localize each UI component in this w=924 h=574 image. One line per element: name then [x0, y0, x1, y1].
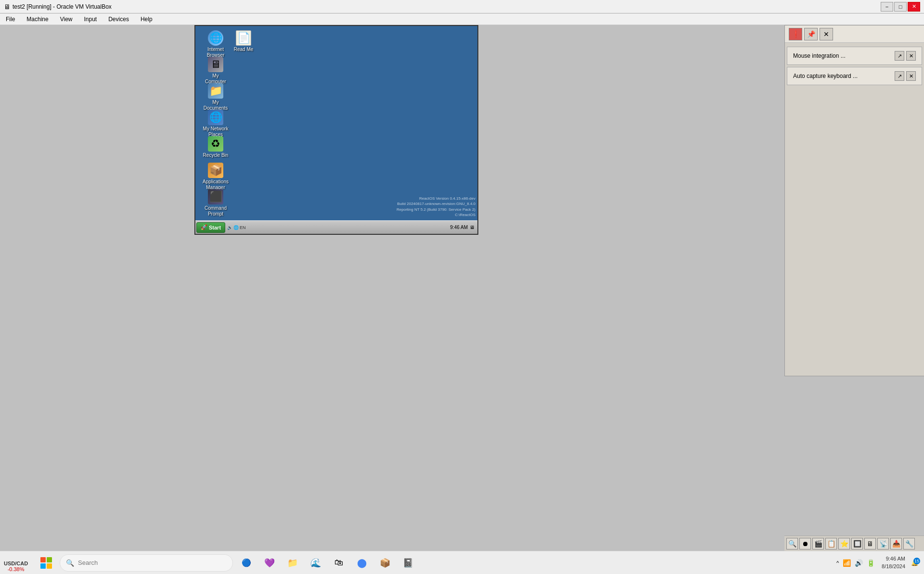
menu-file[interactable]: File — [4, 15, 17, 24]
desktop-icon-read-me[interactable]: 📄 Read Me — [228, 28, 259, 54]
taskbar-edge-button[interactable]: 🌊 — [306, 553, 325, 573]
vbox-toolbar: 🔍 ⏺ 🎬 📋 ⭐ 🔲 🖥 📡 📥 🔧 — [784, 536, 924, 551]
taskbar-notebook-button[interactable]: 📓 — [398, 553, 418, 573]
maximize-button[interactable]: □ — [894, 2, 907, 12]
applications-manager-icon: 📦 — [208, 163, 223, 178]
teams-icon: 💜 — [264, 558, 275, 568]
reactos-start-button[interactable]: 🚀 Start — [196, 222, 225, 233]
stock-ticker[interactable]: USD/CAD -0.38% — [0, 560, 32, 574]
taskbar-right-area: ^ 📶 🔊 🔋 9:46 AM 8/18/2024 🔔 15 — [835, 555, 918, 570]
alert-icon-button[interactable]: ❗ — [789, 28, 802, 40]
vbox-tool-2[interactable]: ⏺ — [799, 538, 811, 549]
menu-help[interactable]: Help — [139, 15, 154, 24]
clock-area[interactable]: 9:46 AM 8/18/2024 — [880, 555, 907, 570]
pin-button[interactable]: 📌 — [804, 28, 818, 40]
internet-browser-icon: 🌐 — [208, 30, 223, 46]
reactos-systray: 🔊 🌐 EN — [227, 225, 246, 230]
menu-input[interactable]: Input — [82, 15, 99, 24]
window-title: test2 [Running] - Oracle VM VirtualBox — [13, 3, 879, 10]
store-icon: 🛍 — [334, 558, 343, 568]
vbox-tool-6[interactable]: 🔲 — [851, 538, 863, 549]
taskbar-chrome-button[interactable]: ⬤ — [352, 553, 372, 573]
chrome-icon: ⬤ — [357, 558, 367, 568]
vbox-tool-9[interactable]: 📥 — [890, 538, 902, 549]
virtualbox-icon: 📦 — [380, 558, 390, 568]
reactos-desktop[interactable]: 🌐 Internet Browser 📄 Read Me 🖥 My Comput… — [195, 26, 477, 234]
reactos-sound-icon: 🔊 — [227, 225, 232, 230]
volume-icon[interactable]: 🔊 — [854, 558, 864, 568]
clock-date: 8/18/2024 — [882, 563, 905, 570]
mouse-integration-close[interactable]: ✕ — [906, 51, 916, 61]
notification-auto-capture-keyboard: Auto capture keyboard ... ↗ ✕ — [787, 67, 922, 85]
taskbar-widget-button[interactable]: 🔵 — [237, 553, 256, 573]
battery-icon[interactable]: 🔋 — [866, 558, 876, 568]
notification-toolbar: ❗ 📌 ✕ — [785, 26, 924, 43]
notification-count: 15 — [913, 558, 920, 564]
notebook-icon: 📓 — [403, 558, 413, 568]
command-prompt-label: Command Prompt — [202, 205, 229, 217]
fileexplorer-icon: 📁 — [287, 558, 298, 568]
recycle-bin-icon: ♻ — [208, 136, 223, 152]
auto-capture-close[interactable]: ✕ — [906, 71, 916, 81]
vm-window[interactable]: 🌐 Internet Browser 📄 Read Me 🖥 My Comput… — [194, 25, 478, 235]
window-controls: − □ ✕ — [881, 2, 920, 12]
reactos-version-info: ReactOS Version 0.4.15-x86-dev Build 202… — [397, 196, 475, 217]
desktop-icon-command-prompt[interactable]: ⬛ Command Prompt — [200, 187, 231, 219]
title-bar: 🖥 test2 [Running] - Oracle VM VirtualBox… — [0, 0, 924, 13]
menu-view[interactable]: View — [58, 15, 75, 24]
close-panel-button[interactable]: ✕ — [820, 28, 833, 40]
vbox-tool-7[interactable]: 🖥 — [864, 538, 876, 549]
vbox-tool-3[interactable]: 🎬 — [812, 538, 824, 549]
close-button[interactable]: ✕ — [908, 2, 920, 12]
desktop-icon-recycle-bin[interactable]: ♻ Recycle Bin — [200, 134, 231, 160]
vbox-tool-1[interactable]: 🔍 — [786, 538, 798, 549]
auto-capture-keyboard-text: Auto capture keyboard ... — [793, 73, 891, 79]
vbox-tool-10[interactable]: 🔧 — [903, 538, 915, 549]
taskbar-teams-button[interactable]: 💜 — [260, 553, 279, 573]
vbox-tool-5[interactable]: ⭐ — [838, 538, 850, 549]
reactos-network-icon: 🌐 — [233, 225, 239, 230]
vbox-tool-4[interactable]: 📋 — [825, 538, 837, 549]
reactos-taskbar: 🚀 Start 🔊 🌐 EN 9:46 AM 🖥 — [195, 220, 477, 234]
menu-devices[interactable]: Devices — [106, 15, 131, 24]
read-me-label: Read Me — [234, 47, 254, 52]
read-me-icon: 📄 — [236, 30, 251, 46]
ticker-change: -0.38% — [8, 566, 25, 572]
reactos-flag-icon: 🚀 — [201, 224, 207, 230]
clock-time: 9:46 AM — [882, 555, 905, 562]
mouse-integration-text: Mouse integration ... — [793, 52, 891, 59]
search-bar[interactable]: 🔍 — [60, 554, 233, 572]
recycle-bin-label: Recycle Bin — [203, 153, 229, 158]
mouse-integration-pin[interactable]: ↗ — [895, 51, 904, 61]
wifi-icon[interactable]: 📶 — [842, 558, 852, 568]
my-documents-icon: 📁 — [208, 83, 223, 99]
menu-machine[interactable]: Machine — [25, 15, 50, 24]
taskbar-store-button[interactable]: 🛍 — [329, 553, 348, 573]
edge-icon: 🌊 — [310, 558, 321, 568]
notification-panel: ❗ 📌 ✕ Mouse integration ... ↗ ✕ Auto cap… — [784, 25, 924, 376]
auto-capture-keyboard-actions: ↗ ✕ — [895, 71, 916, 81]
notification-mouse-integration: Mouse integration ... ↗ ✕ — [787, 47, 922, 65]
widget-icon: 🔵 — [242, 558, 251, 567]
windows-logo — [40, 557, 52, 569]
notification-badge-area[interactable]: 🔔 15 — [911, 560, 918, 566]
taskbar-virtualbox-button[interactable]: 📦 — [375, 553, 395, 573]
mouse-integration-actions: ↗ ✕ — [895, 51, 916, 61]
menu-bar: File Machine View Input Devices Help — [0, 13, 924, 25]
reactos-lang-indicator: EN — [240, 225, 246, 230]
my-network-places-icon: 🌐 — [208, 110, 223, 125]
ticker-symbol: USD/CAD — [4, 561, 28, 566]
search-input[interactable] — [78, 559, 227, 566]
reactos-clock: 9:46 AM 🖥 — [448, 225, 476, 230]
reactos-start-label: Start — [209, 225, 221, 230]
vm-icon: 🖥 — [4, 3, 11, 11]
my-computer-icon: 🖥 — [208, 57, 223, 72]
chevron-up-icon[interactable]: ^ — [835, 559, 840, 567]
command-prompt-icon: ⬛ — [208, 189, 223, 204]
auto-capture-pin[interactable]: ↗ — [895, 71, 904, 81]
vbox-tool-8[interactable]: 📡 — [877, 538, 889, 549]
search-icon: 🔍 — [66, 559, 74, 567]
minimize-button[interactable]: − — [881, 2, 893, 12]
taskbar-fileexplorer-button[interactable]: 📁 — [283, 553, 302, 573]
windows-start-button[interactable] — [37, 553, 56, 573]
